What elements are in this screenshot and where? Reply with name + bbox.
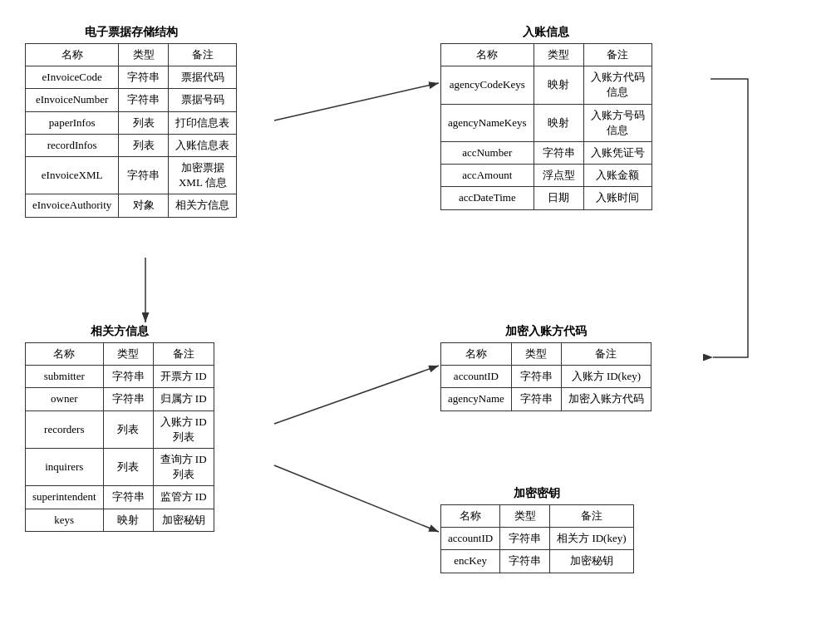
cell: 打印信息表 [169,111,237,134]
cell: 列表 [103,448,153,485]
cell: 对象 [119,194,169,217]
cell: 加密秘钥 [550,550,633,573]
rp-header-3: 备注 [153,343,214,366]
cell: 相关方信息 [169,194,237,217]
cell: 入账方 ID(key) [561,366,651,388]
account-info-table: 入账信息 名称 类型 备注 agencyCodeKeys 映射 入账方代码信息 … [440,25,652,210]
ei-header-1: 名称 [26,44,119,66]
cell: 入账凭证号 [583,141,652,164]
eac-header-1: 名称 [441,343,512,366]
cell: 浮点型 [534,165,583,187]
cell: 列表 [119,111,169,134]
cell: 入账方号码信息 [583,104,652,141]
encrypted-account-code-title: 加密入账方代码 [440,324,652,339]
cell: 列表 [119,134,169,156]
ei-header-2: 类型 [119,44,169,66]
cell: 入账时间 [583,187,652,209]
cell: 映射 [534,104,583,141]
arrow-inquirers-to-key [274,465,439,532]
cell: accNumber [441,141,534,164]
cell: 票据号码 [169,89,237,111]
cell: 加密入账方代码 [561,388,651,410]
cell: eInvoiceAuthority [26,194,119,217]
cell: 开票方 ID [153,366,214,388]
cell: superintendent [26,486,104,509]
cell: accountID [441,528,500,550]
arrow-agencycode-to-eac [711,79,748,357]
cell: 加密票据XML 信息 [169,156,237,194]
cell: 相关方 ID(key) [550,528,633,550]
cell: 字符串 [103,486,153,509]
cell: 票据代码 [169,66,237,89]
cell: 字符串 [500,528,550,550]
cell: 字符串 [119,89,169,111]
electronic-invoice-title: 电子票据存储结构 [25,25,237,40]
table-row: accNumber 字符串 入账凭证号 [441,141,652,164]
arrow-record-to-account [274,83,439,120]
table-row: eInvoiceNumber 字符串 票据号码 [26,89,237,111]
table-row: submitter 字符串 开票方 ID [26,366,214,388]
ai-header-3: 备注 [583,44,652,66]
cell: accDateTime [441,187,534,209]
table-row: encKey 字符串 加密秘钥 [441,550,634,573]
cell: 字符串 [119,156,169,194]
account-info-title: 入账信息 [440,25,652,40]
cell: 归属方 ID [153,388,214,410]
table-row: eInvoiceXML 字符串 加密票据XML 信息 [26,156,237,194]
encryption-key-table: 加密密钥 名称 类型 备注 accountID 字符串 相关方 ID(key) … [440,486,634,573]
cell: 字符串 [511,366,561,388]
ek-header-1: 名称 [441,505,500,528]
related-party-title: 相关方信息 [25,324,214,339]
cell: eInvoiceXML [26,156,119,194]
cell: inquirers [26,448,104,485]
table-row: paperInfos 列表 打印信息表 [26,111,237,134]
table-row: agencyName 字符串 加密入账方代码 [441,388,652,410]
cell: 字符串 [511,388,561,410]
cell: recorders [26,410,104,448]
cell: eInvoiceCode [26,66,119,89]
ai-header-1: 名称 [441,44,534,66]
cell: eInvoiceNumber [26,89,119,111]
encrypted-account-code-table: 加密入账方代码 名称 类型 备注 accountID 字符串 入账方 ID(ke… [440,324,652,411]
table-row: eInvoiceCode 字符串 票据代码 [26,66,237,89]
diagram-container: 电子票据存储结构 名称 类型 备注 eInvoiceCode 字符串 票据代码 … [0,0,831,644]
cell: agencyNameKeys [441,104,534,141]
cell: agencyName [441,388,512,410]
ei-header-3: 备注 [169,44,237,66]
cell: 入账方代码信息 [583,66,652,104]
eac-header-3: 备注 [561,343,651,366]
table-row: agencyNameKeys 映射 入账方号码信息 [441,104,652,141]
table-row: recordInfos 列表 入账信息表 [26,134,237,156]
ek-header-2: 类型 [500,505,550,528]
ek-header-3: 备注 [550,505,633,528]
table-row: accountID 字符串 相关方 ID(key) [441,528,634,550]
cell: 映射 [534,66,583,104]
table-row: accountID 字符串 入账方 ID(key) [441,366,652,388]
cell: 加密秘钥 [153,509,214,531]
cell: agencyCodeKeys [441,66,534,104]
cell: 监管方 ID [153,486,214,509]
arrow-recorders-to-eac [274,366,439,424]
cell: 字符串 [119,66,169,89]
table-row: accDateTime 日期 入账时间 [441,187,652,209]
table-row: owner 字符串 归属方 ID [26,388,214,410]
rp-header-2: 类型 [103,343,153,366]
cell: 列表 [103,410,153,448]
cell: submitter [26,366,104,388]
cell: 入账方 ID列表 [153,410,214,448]
cell: owner [26,388,104,410]
cell: paperInfos [26,111,119,134]
encryption-key-title: 加密密钥 [440,486,634,501]
table-row: inquirers 列表 查询方 ID列表 [26,448,214,485]
table-row: superintendent 字符串 监管方 ID [26,486,214,509]
table-row: keys 映射 加密秘钥 [26,509,214,531]
table-row: recorders 列表 入账方 ID列表 [26,410,214,448]
cell: 日期 [534,187,583,209]
table-row: eInvoiceAuthority 对象 相关方信息 [26,194,237,217]
cell: 映射 [103,509,153,531]
cell: 字符串 [534,141,583,164]
cell: 查询方 ID列表 [153,448,214,485]
rp-header-1: 名称 [26,343,104,366]
cell: recordInfos [26,134,119,156]
cell: 入账金额 [583,165,652,187]
